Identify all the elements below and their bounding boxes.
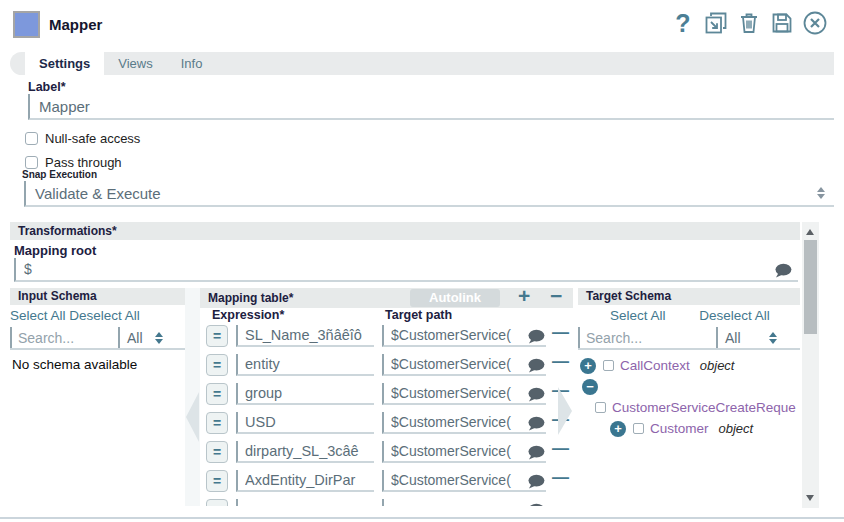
titlebar-actions: ?	[670, 9, 828, 37]
pass-through-label: Pass through	[45, 155, 122, 170]
input-schema-select-all-link[interactable]: Select All	[10, 308, 66, 323]
null-safe-access-label: Null-safe access	[45, 131, 140, 146]
expression-input[interactable]	[236, 441, 374, 463]
target-schema-collapse-handle[interactable]	[558, 387, 572, 435]
target-schema-search-input[interactable]	[578, 327, 716, 348]
input-schema-empty-message: No schema available	[12, 357, 185, 372]
comment-bubble-icon[interactable]	[773, 263, 792, 278]
expression-input[interactable]	[236, 412, 374, 434]
select-arrows-icon	[817, 187, 825, 199]
target-path-input[interactable]	[382, 383, 546, 405]
save-icon[interactable]	[769, 9, 795, 37]
tree-node-name[interactable]: CallContext	[620, 358, 690, 373]
input-schema-panel: Input Schema Select All Deselect All All…	[10, 288, 185, 506]
comment-bubble-icon[interactable]	[526, 445, 545, 460]
tree-node-checkbox[interactable]	[595, 402, 606, 413]
mapper-settings-dialog: Mapper ?	[0, 0, 844, 522]
expression-equals-button[interactable]: =	[206, 383, 228, 405]
snap-execution-select[interactable]: Validate & Execute	[24, 181, 834, 207]
expand-node-icon[interactable]: +	[580, 358, 596, 374]
target-schema-search-row: All	[578, 327, 800, 350]
input-schema-header: Input Schema	[10, 288, 185, 305]
input-schema-deselect-all-link[interactable]: Deselect All	[69, 308, 140, 323]
delete-row-button[interactable]: —	[552, 468, 569, 488]
label-field-input[interactable]	[28, 94, 834, 120]
comment-bubble-icon[interactable]	[526, 387, 545, 402]
panel-divider	[185, 288, 200, 506]
tree-node-checkbox[interactable]	[603, 360, 614, 371]
delete-row-button[interactable]: —	[552, 352, 569, 372]
expand-node-icon[interactable]: +	[610, 421, 626, 437]
comment-bubble-icon[interactable]	[526, 358, 545, 373]
tree-node-checkbox[interactable]	[633, 423, 644, 434]
snap-execution-value: Validate & Execute	[35, 185, 161, 202]
delete-icon[interactable]	[736, 9, 762, 37]
scroll-down-icon[interactable]	[806, 495, 814, 501]
target-schema-deselect-all-link[interactable]: Deselect All	[699, 308, 770, 323]
expression-input[interactable]	[236, 383, 374, 405]
pass-through-checkbox[interactable]	[25, 156, 38, 169]
input-schema-filter-select[interactable]: All	[118, 327, 180, 348]
target-path-input[interactable]	[382, 441, 546, 463]
expression-input[interactable]	[236, 354, 374, 376]
autolink-button[interactable]: Autolink	[410, 289, 500, 307]
input-schema-links: Select All Deselect All	[10, 308, 185, 323]
null-safe-access-checkbox[interactable]	[25, 132, 38, 145]
target-path-input[interactable]	[382, 470, 546, 492]
expression-equals-button[interactable]: =	[206, 499, 228, 506]
delete-row-button[interactable]: —	[552, 323, 569, 343]
expression-equals-button[interactable]: =	[206, 412, 228, 434]
dialog-bottom-border	[0, 517, 844, 519]
expression-equals-button[interactable]: =	[206, 441, 228, 463]
target-path-input[interactable]	[382, 354, 546, 376]
mapping-root-field	[14, 258, 798, 282]
tree-node-type: object	[700, 358, 735, 373]
close-icon[interactable]	[802, 9, 828, 37]
collapse-node-icon[interactable]: −	[582, 379, 598, 395]
help-icon[interactable]: ?	[670, 9, 696, 37]
tree-row: CustomerServiceCreateReque	[578, 397, 800, 418]
delete-row-button[interactable]: —	[552, 439, 569, 459]
mapping-table-row: = —	[200, 467, 573, 496]
comment-bubble-icon[interactable]	[526, 503, 545, 506]
null-safe-access-row: Null-safe access	[25, 129, 140, 147]
comment-bubble-icon[interactable]	[526, 329, 545, 344]
mapping-table-row: = —	[200, 322, 573, 351]
tab-bar: Settings Views Info	[10, 52, 834, 75]
expression-equals-button[interactable]: =	[206, 325, 228, 347]
comment-bubble-icon[interactable]	[526, 416, 545, 431]
expression-equals-button[interactable]: =	[206, 470, 228, 492]
mapping-root-caption: Mapping root	[14, 243, 96, 258]
tab-views[interactable]: Views	[104, 52, 166, 75]
target-schema-filter-select[interactable]: All	[716, 327, 798, 348]
tab-settings[interactable]: Settings	[25, 52, 104, 75]
mapping-root-input[interactable]	[14, 258, 798, 282]
input-schema-collapse-handle[interactable]	[186, 392, 199, 442]
target-path-input[interactable]	[382, 499, 546, 506]
scrollbar-thumb[interactable]	[804, 240, 817, 334]
comment-bubble-icon[interactable]	[526, 474, 545, 489]
expression-input[interactable]	[236, 470, 374, 492]
add-row-button[interactable]: +	[518, 286, 530, 306]
target-path-input[interactable]	[382, 412, 546, 434]
target-schema-tree: +CallContextobject−CustomerServiceCreate…	[578, 355, 800, 439]
tree-node-name[interactable]: Customer	[650, 421, 709, 436]
mapping-table-caption: Mapping table*	[208, 291, 293, 305]
tree-node-type: object	[719, 421, 754, 436]
expression-input[interactable]	[236, 325, 374, 347]
delete-row-button[interactable]: —	[552, 497, 569, 506]
mapping-table-row: = —	[200, 351, 573, 380]
tree-node-name[interactable]: CustomerServiceCreateReque	[612, 400, 796, 415]
target-schema-select-all-link[interactable]: Select All	[610, 308, 666, 323]
tab-info[interactable]: Info	[167, 52, 217, 75]
open-in-window-icon[interactable]	[703, 9, 729, 37]
target-schema-panel: Target Schema Select All Deselect All Al…	[578, 288, 800, 506]
remove-row-button[interactable]: −	[550, 286, 562, 306]
input-schema-search-input[interactable]	[10, 327, 118, 348]
target-path-input[interactable]	[382, 325, 546, 347]
expression-input[interactable]	[236, 499, 374, 506]
transformations-scrollbar[interactable]	[802, 222, 819, 508]
mapping-table-row: = —	[200, 380, 573, 409]
scroll-up-icon[interactable]	[806, 229, 814, 235]
expression-equals-button[interactable]: =	[206, 354, 228, 376]
